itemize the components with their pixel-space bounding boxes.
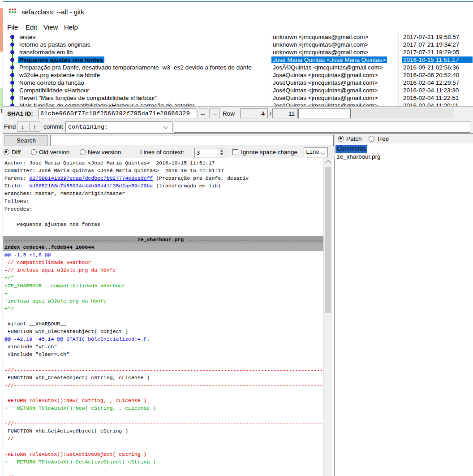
commit-date[interactable]: 2017-07-21 19:34:27	[402, 41, 473, 48]
commit-date[interactable]: 2017-07-21 19:58:57	[402, 34, 473, 40]
commit-message[interactable]: testes	[18, 34, 37, 40]
commit-row[interactable]: Revert "Mais funções de compatibilidade …	[3, 95, 473, 102]
commit-date[interactable]: 2016-02-04 11:20:11	[402, 102, 473, 106]
forward-button[interactable]: →	[209, 108, 220, 118]
find-prev-button[interactable]: ↑	[29, 121, 40, 132]
commit-author[interactable]: unknown <jmcquintas@gmail.com>	[271, 34, 370, 40]
scrollbar-thumb[interactable]	[325, 167, 331, 313]
find-label: Find	[4, 123, 16, 130]
commit-row[interactable]: Mais funções de compatibilidade xHarbour…	[3, 102, 473, 106]
commit-author[interactable]: JoséQuintas <jmcquintas@gmail.com>	[271, 79, 379, 86]
row-label: Row	[223, 110, 235, 117]
file-list-item[interactable]: Comments	[335, 145, 367, 153]
diff-line-hunk: @@ -1,5 +1,8 @@	[4, 251, 323, 259]
diff-line-ctx: FUNCTION win_OleCreateObject( cObject )	[4, 328, 323, 335]
diff-line-add: +ZE_XHARBOUR - compatibilidade xHarbour	[4, 282, 323, 290]
row-current-field[interactable]	[240, 108, 268, 118]
commit-row[interactable]: Compatibilidade xHarbourJoséQuintas <jmc…	[3, 87, 473, 95]
new-version-label: New version	[88, 149, 121, 156]
diff-scrollbar[interactable]	[323, 158, 332, 476]
find-mode-combobox[interactable]: containing:	[65, 121, 172, 132]
aux-entry[interactable]	[298, 108, 351, 118]
commit-date[interactable]: 2016-02-04 12:29:57	[402, 79, 473, 86]
diff-line-ctx: Author: José Maria Quintas <José Maria Q…	[4, 159, 323, 167]
diff-line-del: -//-------------------------------------…	[4, 366, 323, 374]
diff-line-del: -// compatibilidade xHarbour	[4, 259, 323, 266]
commit-message[interactable]: Compatibilidade xHarbour	[18, 87, 90, 94]
diff-line-add: +inclusa aqui w32ole.prg da hbnfe	[4, 297, 323, 305]
vertical-sash[interactable]	[334, 134, 335, 476]
scroll-up-icon[interactable]	[325, 160, 331, 166]
file-list-item[interactable]: ze_xharbour.prg	[335, 153, 382, 161]
commit-date[interactable]: 2016-02-06 20:52:40	[402, 72, 473, 78]
diff-line-ctx: Committer: José Maria Quintas <José Mari…	[4, 167, 323, 174]
title-bar: sefazclass: --all - gitk	[3, 2, 473, 20]
old-version-radio[interactable]	[31, 149, 37, 155]
find-query-input[interactable]	[174, 121, 470, 133]
diff-line-add: +/*	[4, 274, 323, 281]
row-total-field[interactable]	[272, 108, 298, 118]
commit-list[interactable]: testesunknown <jmcquintas@gmail.com>2017…	[3, 33, 473, 106]
commit-author[interactable]: unknown <jmcquintas@gmail.com>	[271, 49, 370, 56]
menu-edit[interactable]: Edit	[26, 23, 37, 31]
diff-line-add: + RETURN TOleAutoX():New( cString, , cLi…	[4, 404, 323, 412]
menu-help[interactable]: Help	[64, 23, 78, 31]
search-input[interactable]	[50, 135, 334, 146]
line-diff-combobox[interactable]: Line	[304, 147, 328, 157]
commit-row[interactable]: w32ole.prg existente na hbnfeJoséQuintas…	[3, 72, 473, 79]
diff-line-ctx: Follows:	[4, 197, 323, 205]
commit-author[interactable]: JosÃ©Quintas <jmcquintas@gmail.com>	[271, 64, 384, 71]
diff-line-del: -//-------------------------------------…	[4, 435, 323, 442]
commit-author[interactable]: JoséQuintas <jmcquintas@gmail.com>	[271, 102, 379, 106]
back-button[interactable]: ←	[198, 108, 208, 118]
spinner-buttons[interactable]	[218, 148, 225, 157]
commit-date[interactable]: 2016-10-15 11:51:17	[402, 56, 473, 63]
diff-line-ctx: FUNCTION xhb_GetActiveObject( cString )	[4, 427, 323, 435]
commit-date[interactable]: 2017-07-21 19:29:05	[402, 49, 473, 56]
spinner-up-icon[interactable]	[220, 150, 223, 151]
commit-row[interactable]: Preparação pra Danfe, desativado tempora…	[3, 64, 473, 72]
sha1-input[interactable]	[38, 108, 196, 118]
commit-date[interactable]: 2016-02-04 11:22:51	[402, 95, 473, 101]
commit-row[interactable]: retorno as pastas originaisunknown <jmcq…	[3, 41, 473, 49]
commit-author[interactable]: JoséQuintas <jmcquintas@gmail.com>	[271, 87, 379, 94]
tree-radio[interactable]	[369, 136, 374, 142]
diff-radio[interactable]	[4, 149, 9, 155]
diff-line-blank	[4, 466, 323, 473]
commit-author[interactable]: unknown <jmcquintas@gmail.com>	[271, 41, 370, 48]
commit-message[interactable]: w32ole.prg existente na hbnfe	[18, 72, 101, 78]
diff-line-del: -// inclusa aqui w32ole.prg da hbnfe	[4, 266, 323, 274]
find-next-button[interactable]: ↓	[17, 121, 28, 132]
commit-message[interactable]: Revert "Mais funções de compatibilidade …	[18, 95, 159, 101]
gitk-application: T sefazclass: --all - gitk FileEditViewH…	[0, 0, 473, 476]
commit-row[interactable]: Nome correto da funçãoJoséQuintas <jmcqu…	[3, 79, 473, 87]
lines-of-context-spinner[interactable]: 3	[194, 148, 225, 157]
spinner-down-icon[interactable]	[220, 153, 223, 155]
menu-view[interactable]: View	[43, 23, 58, 31]
commit-row[interactable]: transformada em libunknown <jmcquintas@g…	[3, 49, 473, 56]
diff-line-del: -RETURN TOleAutoX():New( cString, , cLic…	[4, 397, 323, 404]
menu-file[interactable]: File	[7, 23, 18, 31]
commit-sha-link[interactable]: 0275981413297ecaa7dcdbec7b027774e8e8dcff	[29, 175, 153, 181]
diff-view[interactable]: Author: José Maria Quintas <José Maria Q…	[3, 158, 323, 476]
search-button[interactable]: Search	[4, 135, 48, 146]
commit-message[interactable]: transformada em lib	[18, 49, 74, 56]
ignore-space-checkbox[interactable]	[232, 149, 238, 155]
commit-author[interactable]: JoséQuintas <jmcquintas@gmail.com>	[271, 72, 379, 78]
commit-message[interactable]: retorno as pastas originais	[18, 41, 91, 48]
commit-sha-link[interactable]: bd8652166c7b55034c44b98d41f35d2ae59c29ba	[29, 183, 153, 189]
commit-message[interactable]: Preparação pra Danfe, desativado tempora…	[18, 64, 253, 71]
patch-radio[interactable]	[338, 136, 344, 142]
commit-message[interactable]: Nome correto da função	[18, 79, 86, 86]
new-version-radio[interactable]	[80, 149, 86, 155]
commit-author[interactable]: José Maria Quintas <José Maria Quintas>	[271, 56, 387, 63]
file-list[interactable]: Commentsze_xharbour.prg	[335, 143, 473, 476]
patch-radio-label: Patch	[346, 135, 362, 142]
commit-date[interactable]: 2016-02-04 11:23:30	[402, 87, 473, 94]
commit-row[interactable]: testesunknown <jmcquintas@gmail.com>2017…	[3, 34, 473, 41]
commit-message[interactable]: Pequenos ajustes nos fontes	[18, 56, 104, 63]
commit-author[interactable]: JoséQuintas <jmcquintas@gmail.com>	[271, 95, 379, 101]
commit-date[interactable]: 2016-09-21 02:56:36	[402, 64, 473, 71]
commit-message[interactable]: Mais funções de compatibilidade xHarbour…	[18, 102, 196, 106]
commit-row[interactable]: Pequenos ajustes nos fontesJosé Maria Qu…	[3, 56, 473, 64]
